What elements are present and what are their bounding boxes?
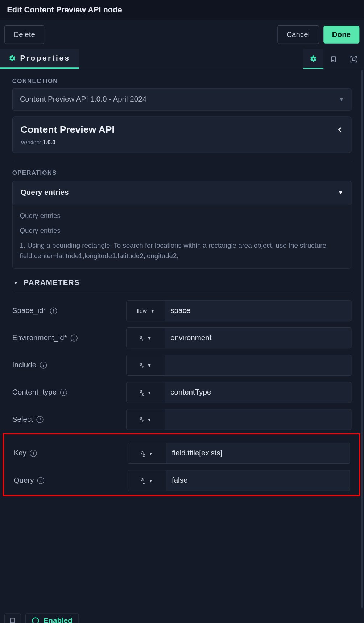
info-icon[interactable]: i [37, 477, 44, 484]
dialog-title: Edit Content Preview API node [0, 0, 364, 20]
operation-selected-value: Query entries [21, 188, 69, 197]
param-label: Content_type [12, 388, 57, 397]
info-icon[interactable]: i [40, 362, 47, 369]
done-button[interactable]: Done [323, 26, 360, 43]
api-title: Content Preview API [21, 124, 115, 135]
chevron-down-icon [12, 280, 19, 286]
space-id-input[interactable] [165, 301, 351, 321]
operation-description: Query entries Query entries 1. Using a b… [12, 204, 352, 269]
properties-panel: CONNECTION Content Preview API 1.0.0 - A… [0, 69, 364, 608]
param-row-environment-id: Environment_id* i ▼ [12, 327, 352, 349]
mode-selector[interactable]: flow▼ [127, 301, 165, 321]
tab-properties[interactable]: Properties [0, 49, 79, 69]
mode-selector[interactable]: ▼ [128, 470, 166, 491]
connection-selected-value: Content Preview API 1.0.0 - April 2024 [20, 95, 146, 104]
tab-properties-label: Properties [20, 54, 70, 63]
include-input[interactable] [165, 355, 351, 375]
svg-rect-4 [352, 58, 355, 60]
param-label: Include [12, 361, 36, 370]
key-input[interactable] [166, 443, 349, 463]
param-label: Query [13, 476, 34, 485]
param-row-content-type: Content_type i ▼ [12, 381, 352, 403]
api-info-card: Content Preview API Version: 1.0.0 [12, 117, 352, 153]
mode-selector[interactable]: ▼ [127, 382, 165, 403]
tab-notes-icon[interactable] [323, 49, 344, 69]
info-icon[interactable]: i [50, 308, 57, 314]
param-row-key: Key i ▼ [5, 442, 358, 464]
svg-marker-5 [14, 282, 18, 284]
param-row-include: Include i ▼ [12, 354, 352, 376]
info-icon[interactable]: i [30, 450, 37, 457]
delete-button[interactable]: Delete [4, 25, 44, 44]
tab-settings-icon[interactable] [303, 49, 324, 69]
param-label: Key [13, 449, 26, 458]
cancel-button[interactable]: Cancel [277, 25, 319, 44]
param-row-select: Select i ▼ [12, 409, 352, 430]
api-version: Version: 1.0.0 [21, 139, 343, 145]
param-label: Environment_id* [12, 334, 67, 342]
operations-section-label: OPERATIONS [12, 169, 352, 176]
connection-section-label: CONNECTION [12, 77, 352, 84]
parameters-toggle[interactable]: PARAMETERS [12, 279, 352, 287]
param-row-space-id: Space_id* i flow▼ [12, 300, 352, 322]
gear-icon [9, 55, 16, 62]
parameters-label: PARAMETERS [24, 279, 79, 287]
info-icon[interactable]: i [70, 335, 77, 342]
mode-selector[interactable]: ▼ [127, 328, 165, 348]
environment-id-input[interactable] [165, 328, 351, 348]
tab-focus-icon[interactable] [344, 49, 364, 69]
footer-bar: Enabled [0, 610, 364, 623]
query-input[interactable] [166, 470, 349, 491]
mode-selector[interactable]: ▼ [128, 443, 166, 463]
select-input[interactable] [165, 409, 351, 430]
info-icon[interactable]: i [37, 416, 44, 423]
collapse-chevron-icon[interactable] [337, 126, 343, 134]
tabs-row: Properties [0, 49, 364, 69]
highlighted-params: Key i ▼ Query i ▼ [3, 433, 360, 496]
action-bar: Delete Cancel Done [0, 20, 364, 49]
param-label: Select [12, 415, 33, 424]
caret-down-icon: ▼ [338, 189, 343, 195]
docs-button[interactable] [4, 613, 21, 623]
caret-down-icon: ▼ [339, 96, 344, 103]
content-type-input[interactable] [165, 382, 351, 403]
param-row-query: Query i ▼ [5, 470, 358, 491]
enabled-toggle[interactable]: Enabled [25, 613, 79, 623]
info-icon[interactable]: i [60, 389, 67, 396]
enabled-label: Enabled [44, 616, 73, 623]
mode-selector[interactable]: ▼ [127, 409, 165, 430]
connection-select[interactable]: Content Preview API 1.0.0 - April 2024 ▼ [12, 88, 352, 110]
param-label: Space_id* [12, 306, 46, 315]
mode-selector[interactable]: ▼ [127, 355, 165, 375]
status-circle-icon [32, 617, 39, 623]
operation-select[interactable]: Query entries ▼ [12, 181, 352, 204]
